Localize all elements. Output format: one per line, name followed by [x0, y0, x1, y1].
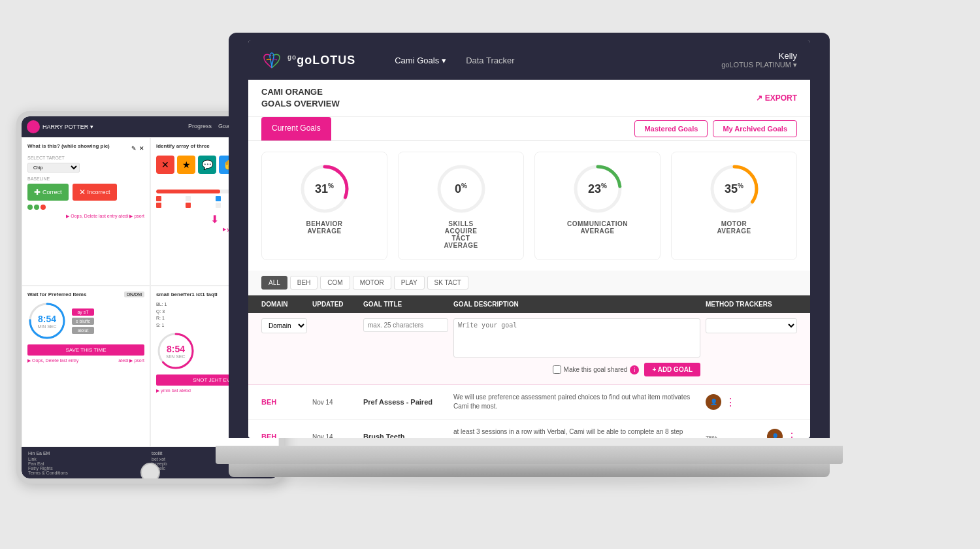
app-subheader: CAMI ORANGE GOALS OVERVIEW ↗ EXPORT — [248, 80, 810, 117]
card3-option3-btn[interactable]: aiolut — [72, 327, 94, 334]
nav-data-tracker[interactable]: Data Tracker — [466, 56, 514, 65]
add-goal-tracker-cell — [706, 318, 797, 333]
gauge-behavior-circle: 31% — [299, 163, 351, 215]
goal-title-input[interactable] — [363, 318, 448, 332]
page-title-line2: GOALS OVERVIEW — [261, 99, 340, 108]
card3-title-row: Wait for Preferred Items ON/DM — [27, 291, 144, 297]
tablet-card-waitpref: Wait for Preferred Items ON/DM 8:54 MIN … — [22, 286, 150, 447]
card3-options: ay sT s bluffc aiolut — [72, 308, 94, 334]
goal2-tracker: 75% 👤 ⋮ — [706, 429, 797, 438]
card2-title: Identify array of three — [156, 143, 210, 149]
add-goal-btn[interactable]: + ADD GOAL — [644, 363, 700, 376]
goal1-desc: We will use preference assessment paired… — [453, 393, 700, 411]
card3-psort-link[interactable]: atedi ▶ psort — [118, 358, 144, 363]
tab-current-goals[interactable]: Current Goals — [261, 117, 331, 141]
card3-timer-area: 8:54 MIN SEC ay sT s bluffc aiolut — [27, 301, 144, 341]
footer-link-4[interactable]: Terms & Conditions — [28, 471, 149, 475]
card3-save-btn[interactable]: SAVE THIS TIME — [27, 344, 144, 356]
cami-goals-label: Cami Goals — [395, 56, 439, 65]
th-goal-title: GOAL TITLE — [363, 301, 448, 308]
card1-edit-icon[interactable]: ✎ — [131, 145, 137, 152]
card1-correct-btn[interactable]: ✚ Correct — [27, 184, 69, 201]
filter-motor[interactable]: MOTOR — [353, 276, 391, 290]
logo-text: gogoLOTUS — [287, 54, 355, 67]
logo-lotus: goLOTUS — [297, 54, 355, 67]
card1-target-select[interactable]: Chip — [27, 163, 80, 173]
correct-label: Correct — [42, 189, 62, 195]
gauge-comm-circle: 23% — [572, 163, 624, 215]
shared-label: Make this goal shared — [564, 366, 628, 373]
laptop-base — [216, 446, 843, 464]
card1-baseline-label: BASELINE — [27, 176, 144, 181]
filter-tabs: ALL BEH COM MOTOR PLAY SK TACT — [248, 271, 810, 295]
goal1-domain: BEH — [261, 398, 307, 406]
shared-check[interactable] — [553, 365, 561, 374]
gauges-section: 31% BEHAVIORAVERAGE 0% SK — [248, 141, 810, 271]
incorrect-label: Incorrect — [88, 189, 110, 195]
filter-sktact[interactable]: SK TACT — [427, 276, 468, 290]
archived-goals-btn[interactable]: My Archived Goals — [713, 120, 797, 137]
card1-close-icon[interactable]: ✕ — [139, 145, 144, 152]
card3-oops-link[interactable]: ▶ Oops, Delete last entry — [27, 358, 78, 363]
footer-link-3[interactable]: Fatry Rights — [28, 466, 149, 471]
card3-option1-btn[interactable]: ay sT — [72, 308, 94, 316]
footer-link-1[interactable]: Link — [28, 457, 149, 461]
goal2-menu[interactable]: ⋮ — [787, 431, 797, 438]
card4-oops-link[interactable]: ▶ ymin bat atebd — [156, 388, 191, 393]
card3-option2-btn[interactable]: s bluffc — [72, 318, 94, 325]
tab-right-buttons: Mastered Goals My Archived Goals — [634, 120, 797, 137]
card1-footer-link[interactable]: ▶ Oops, Delete last entry atedi ▶ psort — [27, 214, 144, 219]
card3-badge: ON/DM — [124, 291, 144, 297]
icon-star: ★ — [177, 156, 195, 174]
tablet-nav-progress[interactable]: Progress — [188, 123, 212, 131]
goal1-title: Pref Assess - Paired — [363, 398, 448, 406]
scene: HARRY POTTER ▾ Progress Goals Data Track… — [0, 0, 980, 549]
card3-timer-value: 8:54 MIN SEC — [37, 314, 56, 329]
card3-title: Wait for Preferred Items — [27, 291, 86, 297]
goal-description-input[interactable] — [453, 318, 700, 358]
card3-footer: ▶ Oops, Delete last entry atedi ▶ psort — [27, 358, 144, 363]
goal1-avatar: 👤 — [706, 394, 721, 410]
card1-incorrect-btn[interactable]: ✕ Incorrect — [73, 184, 117, 201]
gauge-behavior: 31% BEHAVIORAVERAGE — [261, 152, 387, 260]
card4-title: small beneffer1 ict1 taqtl — [156, 291, 218, 297]
export-button[interactable]: ↗ EXPORT — [756, 93, 797, 103]
goal2-date: Nov 14 — [312, 433, 358, 438]
tablet-home-button[interactable] — [140, 463, 160, 482]
goal2-domain: BEH — [261, 433, 307, 438]
goal1-menu[interactable]: ⋮ — [725, 396, 736, 408]
filter-all[interactable]: ALL — [261, 276, 287, 290]
method-tracker-select[interactable] — [706, 318, 797, 333]
filter-beh[interactable]: BEH — [290, 276, 318, 290]
nav-user: Kelly goLOTUS PLATINUM ▾ — [721, 51, 797, 69]
lotus-icon — [261, 50, 282, 71]
filter-com[interactable]: COM — [320, 276, 350, 290]
mastered-goals-btn[interactable]: Mastered Goals — [634, 120, 708, 137]
goal1-tracker: 👤 ⋮ — [706, 394, 797, 410]
add-goal-domain-cell: Domain BEH COM MOTOR — [261, 318, 307, 333]
card3-circle: 8:54 MIN SEC — [27, 301, 67, 341]
correct-icon: ✚ — [34, 188, 41, 197]
nav-cami-goals[interactable]: Cami Goals ▾ — [395, 56, 446, 65]
nav-user-plan[interactable]: goLOTUS PLATINUM ▾ — [721, 61, 797, 69]
gauge-comm-value: 23% — [588, 182, 607, 196]
gauge-skills-label: SKILLSACQUIRETACTAVERAGE — [444, 220, 478, 249]
footer-link-2[interactable]: Fan Eat — [28, 461, 149, 466]
card4-circle: 8:54 MIN SEC — [156, 331, 195, 371]
gauge-behavior-label: BEHAVIORAVERAGE — [306, 220, 342, 235]
add-goal-actions: Make this goal shared i + ADD GOAL — [453, 360, 700, 379]
shared-checkbox: Make this goal shared i — [553, 365, 640, 374]
nav-links: Cami Goals ▾ Data Tracker — [395, 56, 708, 65]
nav-user-name: Kelly — [721, 51, 797, 61]
tally-dot — [34, 205, 39, 210]
filter-play[interactable]: PLAY — [394, 276, 425, 290]
add-goal-title-cell — [363, 318, 448, 332]
export-label: EXPORT — [765, 93, 797, 103]
domain-select[interactable]: Domain BEH COM MOTOR — [261, 318, 307, 333]
card4-time-sub: MIN SEC — [166, 354, 185, 359]
user-avatar-dot — [27, 120, 40, 133]
laptop-screen-outer: gogoLOTUS Cami Goals ▾ Data Tracker K — [229, 33, 830, 438]
th-updated: UPDATED — [312, 301, 358, 308]
tablet-nav-user[interactable]: HARRY POTTER ▾ — [27, 120, 93, 133]
card1-title: What is this? (while showing pic) — [27, 143, 110, 149]
